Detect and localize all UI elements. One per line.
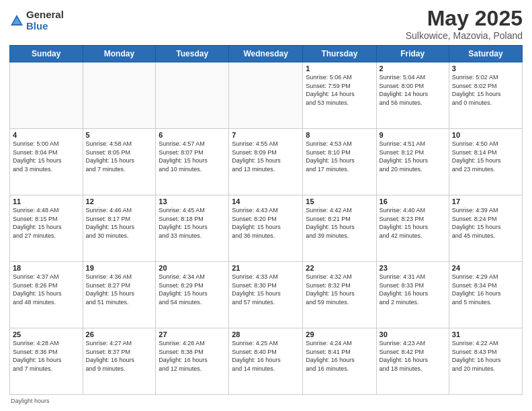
day-cell: 24Sunrise: 4:29 AM Sunset: 8:34 PM Dayli… (449, 262, 522, 328)
calendar-body: 1Sunrise: 5:06 AM Sunset: 7:59 PM Daylig… (10, 62, 523, 395)
day-info: Sunrise: 4:45 AM Sunset: 8:18 PM Dayligh… (159, 207, 208, 239)
day-cell: 15Sunrise: 4:42 AM Sunset: 8:21 PM Dayli… (303, 195, 376, 262)
day-number: 18 (13, 264, 80, 272)
logo-general: General (26, 9, 64, 21)
month-title: May 2025 (406, 7, 523, 30)
day-number: 24 (452, 264, 519, 272)
day-info: Sunrise: 4:50 AM Sunset: 8:14 PM Dayligh… (452, 140, 501, 173)
day-info: Sunrise: 5:00 AM Sunset: 8:04 PM Dayligh… (13, 140, 62, 173)
header-cell-friday: Friday (376, 46, 449, 62)
day-number: 1 (306, 64, 373, 73)
day-cell (229, 62, 303, 129)
day-number: 12 (86, 197, 153, 205)
day-info: Sunrise: 4:27 AM Sunset: 8:37 PM Dayligh… (86, 340, 135, 372)
day-cell: 14Sunrise: 4:43 AM Sunset: 8:20 PM Dayli… (229, 195, 303, 262)
day-cell: 5Sunrise: 4:58 AM Sunset: 8:05 PM Daylig… (83, 129, 156, 195)
day-number: 25 (13, 330, 80, 338)
day-info: Sunrise: 4:24 AM Sunset: 8:41 PM Dayligh… (306, 340, 355, 372)
day-cell: 22Sunrise: 4:32 AM Sunset: 8:32 PM Dayli… (303, 262, 376, 328)
day-info: Sunrise: 4:28 AM Sunset: 8:36 PM Dayligh… (13, 340, 62, 372)
day-info: Sunrise: 4:40 AM Sunset: 8:23 PM Dayligh… (380, 207, 429, 239)
day-number: 23 (380, 264, 446, 272)
day-cell: 29Sunrise: 4:24 AM Sunset: 8:41 PM Dayli… (303, 328, 376, 395)
day-cell: 7Sunrise: 4:55 AM Sunset: 8:09 PM Daylig… (229, 129, 303, 195)
day-info: Sunrise: 4:25 AM Sunset: 8:40 PM Dayligh… (232, 340, 281, 372)
day-cell: 1Sunrise: 5:06 AM Sunset: 7:59 PM Daylig… (303, 62, 376, 129)
day-cell: 31Sunrise: 4:22 AM Sunset: 8:43 PM Dayli… (449, 328, 522, 395)
week-row-4: 25Sunrise: 4:28 AM Sunset: 8:36 PM Dayli… (10, 328, 523, 395)
day-info: Sunrise: 5:06 AM Sunset: 7:59 PM Dayligh… (306, 74, 355, 106)
day-info: Sunrise: 4:29 AM Sunset: 8:34 PM Dayligh… (452, 273, 501, 306)
title-block: May 2025 Sulkowice, Mazovia, Poland (406, 7, 523, 41)
day-cell: 26Sunrise: 4:27 AM Sunset: 8:37 PM Dayli… (83, 328, 156, 395)
header-cell-monday: Monday (83, 46, 156, 62)
day-cell: 3Sunrise: 5:02 AM Sunset: 8:02 PM Daylig… (449, 62, 522, 129)
day-number: 30 (380, 330, 446, 338)
day-cell: 17Sunrise: 4:39 AM Sunset: 8:24 PM Dayli… (449, 195, 522, 262)
header-cell-tuesday: Tuesday (156, 46, 229, 62)
day-cell: 25Sunrise: 4:28 AM Sunset: 8:36 PM Dayli… (10, 328, 83, 395)
day-cell: 2Sunrise: 5:04 AM Sunset: 8:00 PM Daylig… (376, 62, 449, 129)
day-number: 22 (306, 264, 373, 272)
day-cell: 9Sunrise: 4:51 AM Sunset: 8:12 PM Daylig… (376, 129, 449, 195)
day-cell: 6Sunrise: 4:57 AM Sunset: 8:07 PM Daylig… (156, 129, 229, 195)
day-number: 13 (159, 197, 226, 205)
day-number: 11 (13, 197, 80, 205)
day-number: 27 (159, 330, 226, 338)
day-info: Sunrise: 4:51 AM Sunset: 8:12 PM Dayligh… (380, 140, 429, 173)
day-number: 10 (452, 131, 519, 139)
day-number: 8 (306, 131, 373, 139)
day-number: 4 (13, 131, 80, 139)
day-info: Sunrise: 4:58 AM Sunset: 8:05 PM Dayligh… (86, 140, 135, 173)
day-number: 14 (232, 197, 300, 205)
day-number: 9 (380, 131, 446, 139)
header-row: SundayMondayTuesdayWednesdayThursdayFrid… (10, 46, 523, 62)
calendar-table: SundayMondayTuesdayWednesdayThursdayFrid… (9, 45, 523, 395)
header-cell-wednesday: Wednesday (229, 46, 303, 62)
day-info: Sunrise: 4:31 AM Sunset: 8:33 PM Dayligh… (380, 273, 429, 306)
day-cell: 13Sunrise: 4:45 AM Sunset: 8:18 PM Dayli… (156, 195, 229, 262)
day-number: 19 (86, 264, 153, 272)
day-number: 29 (306, 330, 373, 338)
day-cell: 8Sunrise: 4:53 AM Sunset: 8:10 PM Daylig… (303, 129, 376, 195)
subtitle: Sulkowice, Mazovia, Poland (406, 30, 523, 41)
day-number: 16 (380, 197, 446, 205)
week-row-3: 18Sunrise: 4:37 AM Sunset: 8:26 PM Dayli… (10, 262, 523, 328)
day-number: 20 (159, 264, 226, 272)
day-number: 15 (306, 197, 373, 205)
day-info: Sunrise: 4:48 AM Sunset: 8:15 PM Dayligh… (13, 207, 62, 239)
logo-blue: Blue (26, 21, 64, 32)
day-info: Sunrise: 4:23 AM Sunset: 8:42 PM Dayligh… (380, 340, 429, 372)
day-cell: 30Sunrise: 4:23 AM Sunset: 8:42 PM Dayli… (376, 328, 449, 395)
day-cell: 4Sunrise: 5:00 AM Sunset: 8:04 PM Daylig… (10, 129, 83, 195)
header: General Blue May 2025 Sulkowice, Mazovia… (9, 7, 523, 41)
page: General Blue May 2025 Sulkowice, Mazovia… (0, 0, 532, 411)
header-cell-sunday: Sunday (10, 46, 83, 62)
day-number: 6 (159, 131, 226, 139)
day-cell: 20Sunrise: 4:34 AM Sunset: 8:29 PM Dayli… (156, 262, 229, 328)
day-number: 26 (86, 330, 153, 338)
day-info: Sunrise: 4:55 AM Sunset: 8:09 PM Dayligh… (232, 140, 281, 173)
day-cell: 19Sunrise: 4:36 AM Sunset: 8:27 PM Dayli… (83, 262, 156, 328)
day-info: Sunrise: 4:22 AM Sunset: 8:43 PM Dayligh… (452, 340, 501, 372)
day-info: Sunrise: 4:37 AM Sunset: 8:26 PM Dayligh… (13, 273, 62, 306)
logo-icon (9, 13, 24, 28)
day-info: Sunrise: 4:42 AM Sunset: 8:21 PM Dayligh… (306, 207, 355, 239)
day-cell: 23Sunrise: 4:31 AM Sunset: 8:33 PM Dayli… (376, 262, 449, 328)
day-cell (83, 62, 156, 129)
day-cell: 12Sunrise: 4:46 AM Sunset: 8:17 PM Dayli… (83, 195, 156, 262)
day-info: Sunrise: 4:53 AM Sunset: 8:10 PM Dayligh… (306, 140, 355, 173)
day-info: Sunrise: 4:46 AM Sunset: 8:17 PM Dayligh… (86, 207, 135, 239)
week-row-0: 1Sunrise: 5:06 AM Sunset: 7:59 PM Daylig… (10, 62, 523, 129)
day-info: Sunrise: 5:02 AM Sunset: 8:02 PM Dayligh… (452, 74, 501, 106)
day-cell: 21Sunrise: 4:33 AM Sunset: 8:30 PM Dayli… (229, 262, 303, 328)
day-number: 31 (452, 330, 519, 338)
header-cell-thursday: Thursday (303, 46, 376, 62)
day-number: 3 (452, 64, 519, 73)
day-cell: 10Sunrise: 4:50 AM Sunset: 8:14 PM Dayli… (449, 129, 522, 195)
day-number: 5 (86, 131, 153, 139)
week-row-2: 11Sunrise: 4:48 AM Sunset: 8:15 PM Dayli… (10, 195, 523, 262)
day-info: Sunrise: 4:34 AM Sunset: 8:29 PM Dayligh… (159, 273, 208, 306)
day-cell: 18Sunrise: 4:37 AM Sunset: 8:26 PM Dayli… (10, 262, 83, 328)
day-number: 28 (232, 330, 300, 338)
